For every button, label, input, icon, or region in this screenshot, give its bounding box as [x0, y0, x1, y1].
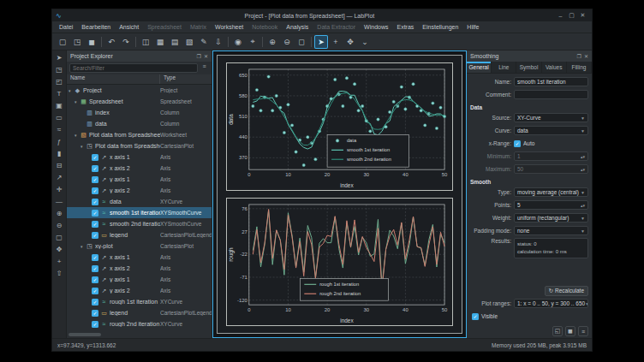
tree-row-data-column[interactable]: ▥dataColumn: [67, 118, 212, 129]
type-select[interactable]: moving average (central)▼: [514, 187, 588, 197]
menu-analysis[interactable]: Analysis: [282, 24, 313, 30]
add-curve-icon[interactable]: ≈: [53, 124, 65, 135]
crosshair-mode-icon[interactable]: +: [329, 35, 343, 49]
menu-data-extractor[interactable]: Data Extractor: [313, 24, 360, 30]
tree-row-rough-2nd-iteration-xycurve[interactable]: ✓≈rough 2nd iterationXYCurve: [67, 318, 212, 329]
menu-datei[interactable]: Datei: [55, 24, 77, 30]
save-project-icon[interactable]: ◼: [85, 35, 98, 49]
new-worksheet-icon[interactable]: ▧: [182, 35, 196, 49]
new-datapicker-icon[interactable]: ⌖: [246, 35, 259, 49]
xy-plot[interactable]: 7627-22-71-12001020304050indexroughrough…: [226, 198, 453, 326]
visibility-checkbox[interactable]: ✓: [92, 321, 98, 328]
tab-general[interactable]: General: [467, 62, 492, 73]
close-dock-icon[interactable]: ✕: [204, 53, 208, 59]
points-stepper[interactable]: 5▴▾: [514, 200, 588, 210]
visibility-checkbox[interactable]: ✓: [92, 254, 98, 261]
add-reference-line-icon[interactable]: ―: [53, 196, 65, 207]
spin-icons[interactable]: ▴▾: [581, 203, 585, 208]
more-options-icon[interactable]: ⌄: [358, 35, 372, 49]
menu-extras[interactable]: Extras: [392, 24, 418, 30]
load-template-icon[interactable]: ◱: [552, 326, 563, 336]
menu-einstellungen[interactable]: Einstellungen: [418, 24, 462, 30]
column-header-type[interactable]: Type: [160, 74, 212, 84]
plot-top-svg[interactable]: 65058051044037001020304050indexdatadatas…: [227, 63, 452, 190]
pan-mode-icon[interactable]: ✥: [343, 35, 357, 49]
plot-ranges-select[interactable]: 1: x = 0 .. 50, y = 300 .. 650▼: [514, 299, 588, 308]
worksheet-view[interactable]: 65058051044037001020304050indexdatadatas…: [212, 50, 467, 338]
spin-icons[interactable]: ▴▾: [581, 167, 585, 172]
undo-icon[interactable]: ↶: [104, 35, 118, 49]
visibility-checkbox[interactable]: ✓: [92, 288, 98, 294]
maximize-icon[interactable]: ▢: [566, 12, 577, 19]
add-custom-point-icon[interactable]: ✛: [53, 184, 65, 195]
zoom-in-icon[interactable]: ⊕: [265, 35, 279, 49]
zoom-fit-icon[interactable]: ◻: [295, 35, 308, 49]
tree-row-plot-data-from-spreadsheet-cartesianplot[interactable]: ▾◳Plot data from SpreadsheetCartesianPlo…: [67, 140, 212, 151]
visibility-checkbox[interactable]: ✓: [92, 176, 98, 183]
properties-header[interactable]: Smoothing ❐ ✕: [467, 50, 592, 62]
template-menu-icon[interactable]: ≡: [578, 326, 588, 336]
add-equation-curve-icon[interactable]: ƒ: [53, 136, 65, 147]
tree-row-spreadsheet-spreadsheet[interactable]: ▾▦SpreadsheetSpreadsheet: [67, 96, 212, 107]
add-plot-template-icon[interactable]: ◰: [53, 76, 65, 87]
column-header-name[interactable]: Name: [67, 74, 160, 84]
tree-row-index-column[interactable]: ▥indexColumn: [67, 107, 212, 118]
maximum-input[interactable]: 50▴▾: [514, 164, 588, 174]
add-axis-icon[interactable]: ↗: [53, 172, 65, 183]
tree-row-y-axis-2-axis[interactable]: ✓↗y axis 2Axis: [67, 285, 212, 296]
tree-row-legend-cartesianplotlegend[interactable]: ✓▭legendCartesianPlotLegend: [67, 229, 212, 240]
new-matrix-icon[interactable]: ▤: [168, 35, 182, 49]
add-text-label-icon[interactable]: T: [53, 88, 65, 99]
comment-input[interactable]: [514, 90, 588, 99]
visibility-checkbox[interactable]: ✓: [92, 165, 98, 172]
visibility-checkbox[interactable]: ✓: [92, 276, 98, 283]
visibility-checkbox[interactable]: ✓: [92, 265, 98, 272]
visibility-checkbox[interactable]: ✓: [92, 221, 98, 228]
tree-row-y-axis-1-axis[interactable]: ✓↗y axis 1Axis: [67, 174, 212, 185]
tree-row-x-axis-1-axis[interactable]: ✓↗x axis 1Axis: [67, 252, 212, 263]
tab-line[interactable]: Line: [492, 62, 516, 73]
plot-data-from-spreadsheet[interactable]: 65058051044037001020304050indexdatadatas…: [226, 62, 453, 191]
weight-select[interactable]: uniform (rectangular)▼: [514, 213, 588, 223]
tree-row-x-axis-2-axis[interactable]: ✓↗x axis 2Axis: [67, 163, 212, 174]
open-project-icon[interactable]: ◳: [70, 35, 84, 49]
minimize-icon[interactable]: –: [555, 13, 566, 19]
menu-spreadsheet[interactable]: Spreadsheet: [143, 24, 186, 30]
close-dock-icon[interactable]: ✕: [584, 53, 588, 59]
tree-row-project-project[interactable]: ▾◆ProjectProject: [67, 85, 212, 96]
auto-range-checkbox[interactable]: ✓: [514, 140, 521, 147]
new-workbook-icon[interactable]: ◫: [139, 35, 152, 49]
tab-values[interactable]: Values: [542, 62, 567, 73]
float-dock-icon[interactable]: ❐: [577, 53, 581, 59]
tree-row-legend-cartesianplotlegend[interactable]: ✓▭legendCartesianPlotLegend: [67, 307, 212, 318]
visibility-checkbox[interactable]: ✓: [92, 299, 98, 306]
menu-matrix[interactable]: Matrix: [186, 24, 211, 30]
tree-row-y-axis-2-axis[interactable]: ✓↗y axis 2Axis: [67, 185, 212, 196]
visibility-checkbox[interactable]: ✓: [92, 187, 98, 194]
tab-filling[interactable]: Filling: [567, 62, 592, 73]
tree-row-y-axis-1-axis[interactable]: ✓↗y axis 1Axis: [67, 274, 212, 285]
visibility-checkbox[interactable]: ✓: [92, 210, 98, 217]
tree-row-data-xycurve[interactable]: ✓≈dataXYCurve: [67, 196, 212, 207]
source-select[interactable]: XY-Curve▼: [514, 113, 588, 122]
tab-symbol[interactable]: Symbol: [516, 62, 541, 73]
menu-ansicht[interactable]: Ansicht: [115, 24, 143, 30]
spin-icons[interactable]: ▴▾: [581, 154, 585, 159]
worksheet-page[interactable]: 65058051044037001020304050indexdatadatas…: [217, 55, 462, 334]
tree-row-x-axis-2-axis[interactable]: ✓↗x axis 2Axis: [67, 263, 212, 274]
padding-mode-select[interactable]: none▼: [514, 226, 588, 235]
zoom-out-icon[interactable]: ⊖: [280, 35, 294, 49]
name-input[interactable]: [514, 77, 588, 86]
plot-bottom-svg[interactable]: 7627-22-71-12001020304050indexroughrough…: [227, 199, 452, 325]
visibility-checkbox[interactable]: ✓: [92, 232, 98, 239]
tree-row-smooth-2nd-iteration-xysmoothcurve[interactable]: ✓≈smooth 2nd iterationXYSmoothCurve: [67, 218, 212, 229]
search-input[interactable]: [69, 63, 198, 73]
tree-column-headers[interactable]: Name Type: [67, 74, 212, 85]
tree-hscrollbar[interactable]: [67, 332, 212, 338]
filter-options-icon[interactable]: ≡: [200, 63, 209, 73]
tree-row-xy-plot-cartesianplot[interactable]: ▾◳xy-plotCartesianPlot: [67, 240, 212, 252]
new-notebook-icon[interactable]: ✎: [197, 35, 211, 49]
add-histogram-icon[interactable]: ▮: [53, 148, 65, 159]
new-live-data-source-icon[interactable]: ◉: [231, 35, 245, 49]
tree-row-x-axis-1-axis[interactable]: ✓↗x axis 1Axis: [67, 151, 212, 163]
